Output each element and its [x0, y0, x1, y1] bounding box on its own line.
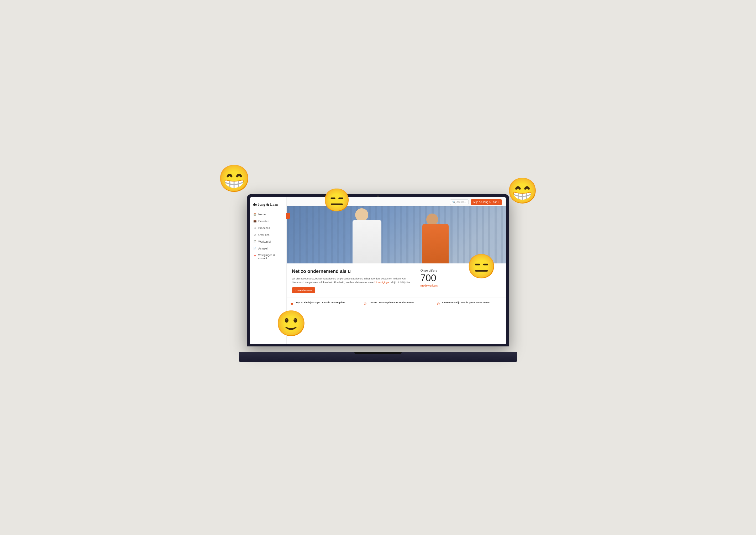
home-icon: 🏠 — [253, 212, 257, 216]
emoji-center-right: 😑 — [467, 255, 496, 278]
sidebar-item-home[interactable]: 🏠 Home — [250, 211, 286, 218]
laptop-camera — [377, 195, 379, 197]
emoji-top-center: 😑 — [323, 189, 351, 211]
onze-diensten-button[interactable]: Onze diensten — [292, 287, 315, 294]
emoji-top-left: 😁 — [218, 165, 251, 191]
site-logo: de Jong & Laan — [250, 201, 286, 211]
briefcase-icon: 💼 — [253, 219, 257, 223]
news-title-2: Corona | Maatregelen voor ondernemers — [369, 301, 414, 304]
map-pin-icon: 📍 — [253, 255, 256, 258]
mijn-button[interactable]: Mijn de Jong & Laan › — [471, 199, 502, 205]
main-description: Wij zijn accountants, belastingadviseurs… — [292, 277, 413, 284]
news-item-2[interactable]: ⊕ Corona | Maatregelen voor ondernemers — [360, 298, 433, 309]
laptop-base — [239, 352, 517, 362]
search-box[interactable]: 🔍 Zoeken... — [450, 199, 469, 205]
menu-collapse-button[interactable]: ‹ — [287, 213, 290, 219]
sidebar-item-vestigingen[interactable]: 📍 Vestigingen & contact — [250, 252, 286, 261]
international-icon: ⊙ — [437, 301, 440, 306]
emoji-bottom-left: 🙂 — [276, 311, 307, 336]
search-icon: 🔍 — [452, 201, 455, 204]
search-placeholder: Zoeken... — [456, 201, 467, 203]
header-bar: 🔍 Zoeken... Mijn de Jong & Laan › — [287, 197, 506, 207]
cijfers-sub: medewerkers — [420, 284, 501, 287]
corona-icon: ⊕ — [364, 301, 367, 306]
news-strip: ★ Top 10 Eindejaarstips | Fiscale maatre… — [287, 297, 506, 309]
scene: 😁 😑 😁 😑 🙂 de Jong & Laan 🏠 Home — [234, 173, 522, 362]
book-icon: 📋 — [253, 240, 257, 243]
news-title-1: Top 10 Eindejaarstips | Fiscale maatrege… — [296, 301, 345, 304]
chevron-right-icon: › — [499, 201, 499, 204]
star-icon: ★ — [290, 301, 294, 306]
main-title: Net zo ondernemend als u — [292, 269, 413, 274]
content-left: Net zo ondernemend als u Wij zijn accoun… — [292, 269, 413, 294]
vestigingen-link[interactable]: 23 vestigingen — [374, 281, 390, 284]
sidebar-item-diensten[interactable]: 💼 Diensten — [250, 218, 286, 225]
news-title-3: Internationaal | Over de grens onderneme… — [442, 301, 490, 304]
grid-icon: ⊞ — [253, 226, 257, 230]
news-item-1[interactable]: ★ Top 10 Eindejaarstips | Fiscale maatre… — [287, 298, 360, 309]
sidebar-item-branches[interactable]: ⊞ Branches — [250, 225, 286, 231]
file-icon: 📄 — [253, 247, 257, 250]
circle-icon: ⊙ — [253, 233, 257, 237]
emoji-top-right: 😁 — [507, 178, 538, 203]
news-item-3[interactable]: ⊙ Internationaal | Over de grens onderne… — [433, 298, 506, 309]
sidebar-item-werken-bij[interactable]: 📋 Werken bij — [250, 238, 286, 245]
sidebar-item-over-ons[interactable]: ⊙ Over ons — [250, 231, 286, 238]
sidebar-item-actueel[interactable]: 📄 Actueel — [250, 245, 286, 252]
